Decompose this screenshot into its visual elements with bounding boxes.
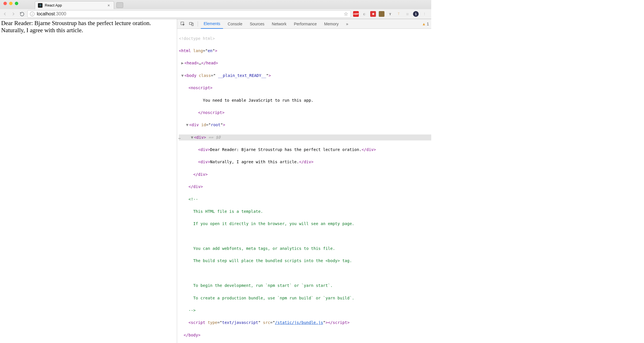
- warnings-indicator[interactable]: ▲1: [422, 22, 429, 26]
- selected-ref: == $0: [206, 135, 220, 140]
- address-bar[interactable]: i localhost:3000 ☆: [27, 10, 351, 18]
- selected-dom-node[interactable]: ▼<div> == $0: [179, 134, 431, 141]
- react-favicon-icon: ⚛: [38, 3, 42, 8]
- maximize-window-icon[interactable]: [15, 2, 18, 5]
- tab-performance[interactable]: Performance: [291, 19, 319, 29]
- toolbar: i localhost:3000 ☆ ABP ◐ ✱ T ⟙ ⊞ 1 ⋮: [0, 9, 431, 19]
- site-info-icon[interactable]: i: [30, 12, 35, 16]
- content-area: Dear Reader: Bjarne Stroustrup has the p…: [0, 19, 431, 343]
- url-text: localhost:3000: [37, 11, 66, 17]
- back-button[interactable]: [2, 11, 8, 17]
- dom-text: You need to enable JavaScript to run thi…: [203, 98, 313, 103]
- devtools-toolbar: Elements Console Sources Network Perform…: [177, 19, 431, 29]
- dom-comment: <!--: [189, 197, 198, 201]
- page-viewport: Dear Reader: Bjarne Stroustrup has the p…: [0, 19, 177, 343]
- tab-elements[interactable]: Elements: [201, 19, 223, 29]
- chrome-menu-icon[interactable]: ⋮: [422, 11, 427, 17]
- bookmark-star-icon[interactable]: ☆: [344, 11, 348, 17]
- extension-icon[interactable]: ⟙: [396, 11, 402, 17]
- tab-title: React App: [45, 3, 62, 7]
- tab-network[interactable]: Network: [269, 19, 289, 29]
- tab-memory[interactable]: Memory: [321, 19, 342, 29]
- dom-text: Dear Reader: Bjarne Stroustrup has the p…: [210, 147, 362, 152]
- device-toolbar-icon[interactable]: [188, 21, 195, 27]
- elements-tree[interactable]: <!doctype html> <html lang="en"> ▶<head>…: [177, 29, 431, 343]
- tab-strip: ⚛ React App ×: [0, 0, 431, 9]
- separator: [198, 21, 198, 26]
- close-window-icon[interactable]: [3, 2, 7, 5]
- extension-icon[interactable]: ◐: [362, 11, 367, 17]
- forward-button[interactable]: [10, 11, 17, 17]
- page-text-line: Dear Reader: Bjarne Stroustrup has the p…: [1, 20, 176, 27]
- window-controls: [2, 2, 21, 7]
- browser-window: ⚛ React App × i localhost:3000 ☆ ABP ◐ ✱: [0, 0, 431, 343]
- collapse-arrow-icon[interactable]: ▼: [181, 73, 184, 79]
- collapse-arrow-icon[interactable]: ▼: [186, 122, 189, 128]
- inspect-element-icon[interactable]: [179, 21, 186, 27]
- dom-text: Naturally, I agree with this article.: [210, 160, 299, 164]
- extensions: ABP ◐ ✱ T ⟙ ⊞ 1 ⋮: [353, 11, 430, 17]
- reload-button[interactable]: [19, 11, 25, 17]
- page-text-line: Naturally, I agree with this article.: [1, 27, 176, 34]
- browser-tab[interactable]: ⚛ React App ×: [35, 1, 114, 9]
- extension-icon[interactable]: ✱: [370, 11, 376, 17]
- extension-icon[interactable]: [379, 11, 384, 17]
- devtools-panel: Elements Console Sources Network Perform…: [177, 19, 431, 343]
- extension-icon[interactable]: T: [387, 11, 393, 17]
- collapse-arrow-icon[interactable]: ▼: [191, 134, 194, 141]
- tab-sources[interactable]: Sources: [247, 19, 267, 29]
- close-tab-icon[interactable]: ×: [106, 3, 111, 8]
- expand-arrow-icon[interactable]: ▶: [181, 60, 184, 66]
- tabs-overflow-icon[interactable]: »: [343, 19, 351, 29]
- warning-icon: ▲: [422, 22, 426, 26]
- extension-icon[interactable]: ⊞: [404, 11, 410, 17]
- new-tab-button[interactable]: [116, 2, 123, 8]
- dom-doctype: <!doctype html>: [179, 36, 215, 41]
- minimize-window-icon[interactable]: [9, 2, 13, 5]
- script-src-link[interactable]: /static/js/bundle.js: [275, 320, 323, 325]
- browser-chrome: ⚛ React App × i localhost:3000 ☆ ABP ◐ ✱: [0, 0, 431, 19]
- adblock-extension-icon[interactable]: ABP: [353, 11, 359, 17]
- extension-badge-icon[interactable]: 1: [413, 11, 419, 17]
- tab-console[interactable]: Console: [225, 19, 245, 29]
